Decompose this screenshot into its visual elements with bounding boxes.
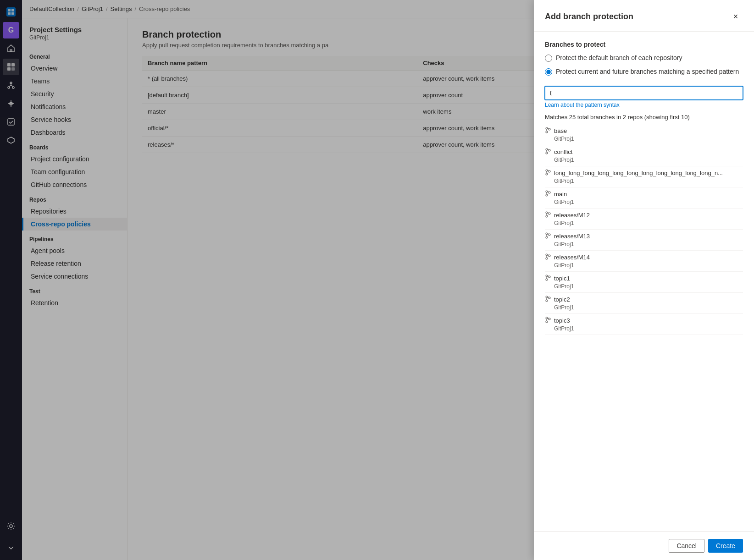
branch-name-text: releases/M12 (554, 212, 590, 219)
svg-point-41 (549, 318, 550, 320)
modal-close-button[interactable]: × (728, 9, 743, 24)
branch-name-text: long_long_long_long_long_long_long_long_… (554, 170, 723, 176)
branch-list-item: releases/M12 GitProj1 (545, 209, 743, 230)
svg-point-16 (546, 152, 548, 154)
branch-repo: GitProj1 (545, 304, 743, 311)
svg-point-31 (546, 258, 548, 259)
branch-icon (545, 253, 551, 261)
radio-pattern-input[interactable] (545, 68, 552, 76)
modal-overlay: Add branch protection × Branches to prot… (0, 0, 754, 560)
branch-name: main (545, 190, 743, 198)
svg-point-19 (546, 173, 548, 175)
branch-icon (545, 211, 551, 219)
branch-list-item: base GitProj1 (545, 124, 743, 145)
branch-name-text: main (554, 191, 567, 198)
branch-repo: GitProj1 (545, 220, 743, 226)
svg-point-17 (549, 149, 550, 151)
branch-list-item: releases/M14 GitProj1 (545, 251, 743, 272)
radio-default-label: Protect the default branch of each repos… (556, 54, 682, 63)
branch-name-text: conflict (554, 148, 572, 155)
branch-name: releases/M14 (545, 253, 743, 261)
branch-name: conflict (545, 148, 743, 156)
branch-name-text: releases/M13 (554, 233, 590, 240)
modal-footer: Cancel Create (534, 531, 754, 560)
branch-repo: GitProj1 (545, 262, 743, 269)
svg-point-38 (549, 297, 550, 299)
matches-info: Matches 25 total branches in 2 repos (sh… (545, 114, 743, 121)
modal-body: Branches to protect Protect the default … (534, 32, 754, 531)
branch-name: topic2 (545, 296, 743, 303)
branch-icon (545, 148, 551, 156)
create-button[interactable]: Create (708, 539, 743, 553)
branch-name: base (545, 127, 743, 135)
modal-panel: Add branch protection × Branches to prot… (534, 0, 754, 560)
branch-name-text: releases/M14 (554, 254, 590, 261)
radio-option-default[interactable]: Protect the default branch of each repos… (545, 54, 743, 63)
modal-header: Add branch protection × (534, 0, 754, 32)
branch-repo: GitProj1 (545, 136, 743, 142)
branch-icon (545, 190, 551, 198)
branch-list-item: long_long_long_long_long_long_long_long_… (545, 166, 743, 187)
svg-point-35 (549, 276, 550, 278)
branch-repo: GitProj1 (545, 199, 743, 205)
radio-option-pattern[interactable]: Protect current and future branches matc… (545, 67, 743, 77)
svg-point-28 (546, 236, 548, 238)
svg-point-23 (549, 192, 550, 193)
svg-point-32 (549, 255, 550, 257)
svg-point-34 (546, 279, 548, 280)
branch-icon (545, 127, 551, 135)
pattern-input[interactable] (545, 86, 743, 100)
svg-point-20 (549, 170, 550, 172)
branch-name: topic3 (545, 317, 743, 324)
branch-list-item: topic3 GitProj1 (545, 314, 743, 335)
branch-list-item: topic2 GitProj1 (545, 293, 743, 314)
branch-name-text: topic3 (554, 317, 570, 324)
branch-list-item: topic1 GitProj1 (545, 272, 743, 293)
branch-list-item: releases/M13 GitProj1 (545, 230, 743, 251)
svg-point-40 (546, 321, 548, 323)
svg-point-14 (549, 128, 550, 130)
branch-name: long_long_long_long_long_long_long_long_… (545, 169, 743, 177)
branch-name: topic1 (545, 275, 743, 282)
branch-icon (545, 317, 551, 324)
modal-title: Add branch protection (545, 12, 633, 22)
branch-icon (545, 169, 551, 177)
svg-point-25 (546, 215, 548, 217)
branch-list-item: main GitProj1 (545, 187, 743, 209)
learn-link[interactable]: Learn about the pattern syntax (545, 102, 743, 108)
svg-point-26 (549, 213, 550, 214)
branch-name: releases/M13 (545, 232, 743, 240)
svg-point-37 (546, 300, 548, 302)
branch-icon (545, 296, 551, 303)
svg-point-13 (546, 131, 548, 133)
branch-repo: GitProj1 (545, 157, 743, 163)
branch-repo: GitProj1 (545, 241, 743, 247)
branch-name-text: base (554, 127, 567, 134)
branch-repo: GitProj1 (545, 178, 743, 184)
svg-point-29 (549, 234, 550, 236)
radio-pattern-label: Protect current and future branches matc… (556, 67, 739, 77)
radio-default-input[interactable] (545, 55, 552, 62)
branch-name-text: topic2 (554, 296, 570, 303)
branch-name: releases/M12 (545, 211, 743, 219)
branch-list: base GitProj1 conflict GitProj1 (545, 124, 743, 335)
branch-icon (545, 275, 551, 282)
cancel-button[interactable]: Cancel (669, 539, 704, 553)
branch-repo: GitProj1 (545, 283, 743, 290)
svg-point-22 (546, 194, 548, 196)
branch-icon (545, 232, 551, 240)
branch-name-text: topic1 (554, 275, 570, 282)
branch-repo: GitProj1 (545, 325, 743, 332)
branches-section-label: Branches to protect (545, 41, 743, 48)
branch-list-item: conflict GitProj1 (545, 145, 743, 166)
